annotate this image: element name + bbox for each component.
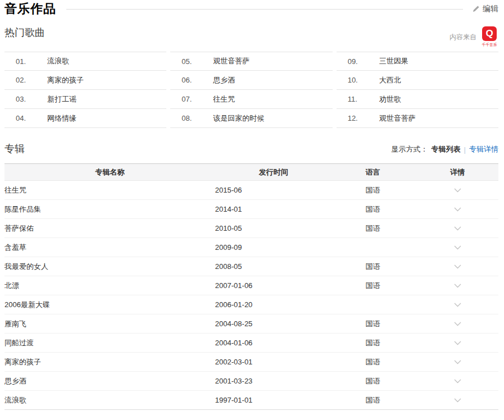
hot-songs-header: 热门歌曲 内容来自 Q 千千音乐 [4, 26, 498, 48]
album-release-date: 2009-09 [215, 238, 329, 257]
song-title: 离家的孩子 [47, 75, 84, 85]
album-details-toggle[interactable] [452, 223, 463, 234]
album-row: 流浪歌1997-01-01国语 [4, 391, 498, 410]
col-header-details: 详情 [417, 164, 498, 181]
hot-songs-list: 01.流浪歌02.离家的孩子03.新打工谣04.网络情缘05.观世音菩萨06.思… [4, 52, 498, 128]
album-details-toggle[interactable] [452, 280, 463, 291]
album-row: 我最爱的女人2008-05国语 [4, 257, 498, 276]
album-details-cell [417, 353, 498, 372]
mode-album-detail[interactable]: 专辑详情 [469, 144, 498, 154]
chevron-down-icon [454, 226, 461, 231]
album-release-date: 2010-05 [215, 219, 329, 238]
album-release-date: 2004-01-06 [215, 334, 329, 353]
logo-caption: 千千音乐 [482, 42, 497, 47]
col-header-release-date: 发行时间 [215, 164, 329, 181]
album-name: 北漂 [4, 276, 215, 295]
display-mode-label: 显示方式： [392, 144, 428, 154]
album-name: 2006最新大碟 [4, 295, 215, 314]
song-item: 12.观世音菩萨 [337, 109, 498, 128]
chevron-down-icon [454, 188, 461, 193]
song-number: 04. [16, 114, 47, 122]
edit-button[interactable]: 编辑 [472, 4, 498, 14]
album-details-toggle[interactable] [452, 357, 463, 368]
albums-header: 专辑 显示方式： 专辑列表 | 专辑详情 [4, 143, 498, 155]
mode-separator: | [464, 145, 466, 154]
album-release-date: 1997-01-01 [215, 391, 329, 410]
chevron-down-icon [454, 322, 461, 326]
album-name: 菩萨保佑 [4, 219, 215, 238]
album-details-cell [417, 219, 498, 238]
album-details-cell [417, 391, 498, 410]
logo-q-icon: Q [482, 26, 497, 41]
album-name: 我最爱的女人 [4, 257, 215, 276]
album-language: 国语 [329, 276, 416, 295]
album-name: 流浪歌 [4, 391, 215, 410]
albums-table-header-row: 专辑名称 发行时间 语言 详情 [4, 164, 498, 181]
album-name: 雁南飞 [4, 314, 215, 334]
album-language: 国语 [329, 372, 416, 391]
album-details-toggle[interactable] [452, 395, 463, 406]
album-row: 思乡酒2001-03-23国语 [4, 372, 498, 391]
album-details-toggle[interactable] [452, 261, 463, 272]
mode-album-list[interactable]: 专辑列表 [432, 144, 461, 154]
chevron-down-icon [454, 360, 461, 364]
album-language: 国语 [329, 391, 416, 410]
album-language: 国语 [329, 257, 416, 276]
song-item: 07.往生咒 [170, 90, 332, 109]
song-title: 新打工谣 [47, 94, 76, 104]
album-details-toggle[interactable] [452, 204, 463, 215]
song-title: 往生咒 [213, 94, 235, 104]
album-details-cell [417, 181, 498, 200]
album-row: 同船过渡2004-01-06国语 [4, 334, 498, 353]
song-number: 10. [348, 76, 379, 84]
hot-songs-heading: 热门歌曲 [4, 26, 45, 39]
album-row: 雁南飞2004-08-25国语 [4, 314, 498, 334]
album-name: 含羞草 [4, 238, 215, 257]
album-details-toggle[interactable] [452, 337, 463, 349]
song-title: 思乡酒 [213, 75, 235, 85]
song-item: 10.大西北 [337, 71, 498, 90]
album-details-cell [417, 276, 498, 295]
album-details-cell [417, 238, 498, 257]
album-details-toggle[interactable] [452, 242, 463, 253]
song-number: 07. [181, 95, 213, 103]
module-title-row: 音乐作品 编辑 [4, 0, 498, 16]
album-language: 国语 [329, 334, 416, 353]
album-details-cell [417, 257, 498, 276]
album-name: 同船过渡 [4, 334, 215, 353]
album-row: 菩萨保佑2010-05国语 [4, 219, 498, 238]
song-number: 01. [16, 57, 47, 66]
song-title: 该是回家的时候 [213, 113, 264, 124]
album-release-date: 2001-03-23 [215, 372, 329, 391]
album-language: 国语 [329, 314, 416, 334]
albums-heading: 专辑 [4, 143, 25, 155]
qianqian-music-logo[interactable]: Q 千千音乐 [480, 26, 498, 48]
album-name: 离家的孩子 [4, 353, 215, 372]
song-title: 网络情缘 [47, 113, 76, 124]
album-details-cell [417, 372, 498, 391]
song-number: 05. [181, 57, 213, 66]
album-release-date: 2007-01-06 [215, 276, 329, 295]
album-row: 2006最新大碟2006-01-20 [4, 295, 498, 314]
song-number: 03. [16, 95, 47, 103]
album-row: 含羞草2009-09 [4, 238, 498, 257]
song-number: 06. [181, 76, 213, 84]
song-number: 12. [348, 114, 379, 122]
album-language: 国语 [329, 219, 416, 238]
chevron-down-icon [454, 341, 461, 345]
song-item: 03.新打工谣 [4, 90, 166, 109]
chevron-down-icon [454, 207, 461, 212]
song-item: 09.三世因果 [337, 52, 498, 71]
song-item: 02.离家的孩子 [4, 71, 166, 90]
song-number: 09. [348, 57, 379, 66]
album-details-toggle[interactable] [452, 376, 463, 387]
album-details-toggle[interactable] [452, 318, 463, 330]
album-language: 国语 [329, 200, 416, 219]
album-details-toggle[interactable] [452, 185, 463, 196]
album-details-toggle[interactable] [452, 299, 463, 311]
edit-label: 编辑 [483, 4, 498, 14]
album-row: 离家的孩子2002-03-01国语 [4, 353, 498, 372]
chevron-down-icon [454, 245, 461, 250]
album-name: 思乡酒 [4, 372, 215, 391]
song-number: 08. [181, 114, 213, 122]
